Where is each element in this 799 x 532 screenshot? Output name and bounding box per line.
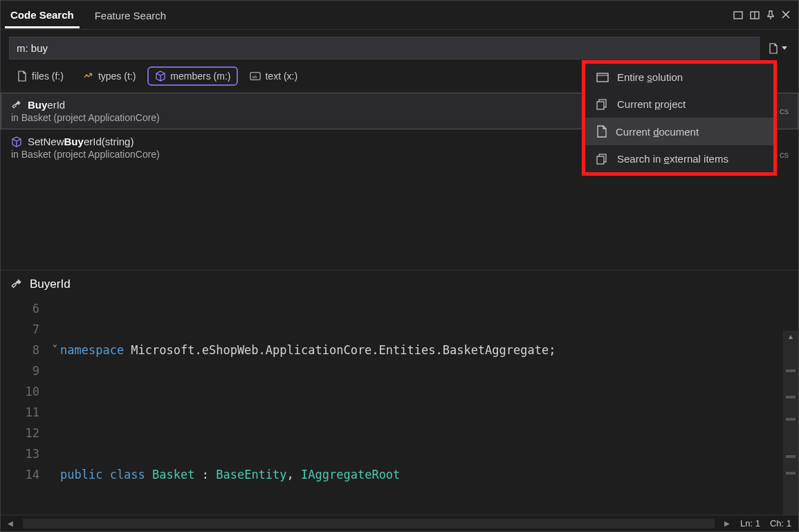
- svg-rect-10: [597, 156, 604, 164]
- search-input[interactable]: [9, 37, 760, 59]
- preview-header: BuyerId: [1, 270, 798, 298]
- fold-column[interactable]: ˅: [49, 298, 60, 481]
- line-gutter: 6 7 8 9 10 11 12 13 14: [1, 298, 49, 481]
- scope-entire-solution[interactable]: Entire solution: [585, 64, 773, 91]
- vertical-scrollbar[interactable]: ▲: [783, 331, 798, 516]
- text-icon: ab: [250, 71, 261, 82]
- code-preview: 6 7 8 9 10 11 12 13 14 ˅ namespace Micro…: [1, 298, 798, 481]
- scope-dropdown-button[interactable]: [765, 40, 790, 57]
- scope-current-document[interactable]: Current document: [585, 118, 773, 145]
- filter-types-label: types (t:): [98, 71, 136, 82]
- search-row: [1, 30, 798, 64]
- top-tab-bar: Code Search Feature Search: [1, 1, 798, 30]
- chevron-down-icon: [782, 46, 787, 51]
- document-icon: [596, 125, 607, 138]
- filter-files[interactable]: files (f:): [9, 66, 71, 86]
- wrench-icon: [11, 100, 22, 111]
- filter-files-label: files (f:): [32, 71, 64, 82]
- dock-split-icon[interactable]: [750, 10, 760, 20]
- scroll-left-icon[interactable]: ◀: [8, 520, 13, 527]
- window-icon: [596, 72, 609, 83]
- filter-types[interactable]: types (t:): [75, 66, 143, 86]
- cube-icon: [155, 71, 166, 82]
- tab-feature-search[interactable]: Feature Search: [89, 3, 172, 27]
- scope-current-project[interactable]: Current project: [585, 91, 773, 118]
- status-col: Ch: 1: [770, 518, 791, 529]
- status-line: Ln: 1: [740, 518, 760, 529]
- filter-text-label: text (x:): [265, 71, 297, 82]
- filter-text[interactable]: ab text (x:): [242, 66, 305, 86]
- scope-menu: Entire solution Current project Current …: [582, 60, 777, 176]
- horizontal-scrollbar[interactable]: [23, 519, 715, 529]
- svg-text:ab: ab: [252, 74, 257, 80]
- svg-rect-0: [734, 12, 742, 19]
- svg-rect-5: [597, 73, 608, 82]
- pin-icon[interactable]: [766, 10, 775, 20]
- filter-members-label: members (m:): [170, 71, 230, 82]
- status-bar: ◀ ▶ Ln: 1 Ch: 1: [1, 515, 798, 531]
- code-body[interactable]: namespace Microsoft.eShopWeb.Application…: [60, 298, 798, 481]
- wrench-icon: [10, 278, 23, 291]
- close-icon[interactable]: [782, 10, 790, 20]
- scope-external-items[interactable]: Search in external items: [585, 145, 773, 172]
- filter-members[interactable]: members (m:): [147, 66, 238, 86]
- svg-rect-8: [597, 102, 604, 109]
- documents-icon: [596, 154, 609, 165]
- preview-title: BuyerId: [30, 277, 71, 291]
- types-icon: [83, 71, 94, 82]
- document-icon: [768, 43, 779, 54]
- documents-icon: [596, 99, 609, 110]
- scroll-right-icon[interactable]: ▶: [724, 520, 730, 527]
- tab-code-search[interactable]: Code Search: [5, 2, 80, 28]
- cube-icon: [11, 136, 22, 147]
- file-icon: [17, 71, 28, 82]
- dock-window-icon[interactable]: [733, 10, 743, 20]
